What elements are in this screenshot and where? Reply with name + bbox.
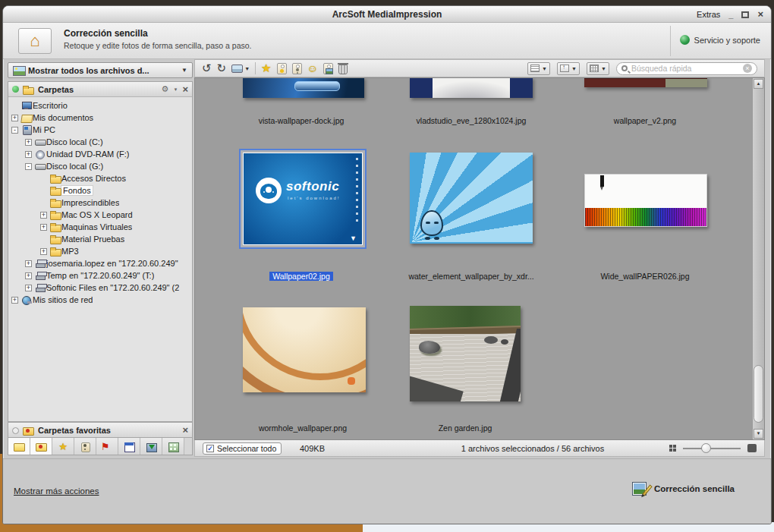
tree-item[interactable]: +MP3 — [8, 245, 192, 257]
favorite-folders-view-button[interactable] — [30, 438, 52, 455]
file-name-label-selected[interactable]: Wallpaper02.jpg — [225, 272, 377, 281]
documents-folder-icon — [21, 113, 33, 122]
slideshow-button[interactable]: ▼ — [231, 65, 250, 73]
file-thumbnail[interactable] — [584, 174, 707, 227]
sort-button[interactable]: ▼ — [557, 62, 580, 75]
tree-item[interactable]: +Disco local (C:) — [8, 136, 192, 148]
file-name-label[interactable]: vista-wallpaper-dock.jpg — [225, 116, 377, 125]
close-panel-icon[interactable]: × — [182, 426, 188, 435]
support-link[interactable]: Servicio y soporte — [680, 35, 760, 45]
file-thumbnail[interactable] — [243, 307, 366, 392]
thumbnail-view-button[interactable]: ▼ — [587, 62, 609, 75]
tree-item-selected[interactable]: Fondos — [8, 184, 192, 197]
rotate-right-button[interactable]: ↻ — [217, 62, 227, 74]
tag-rating-button[interactable] — [277, 63, 287, 74]
easy-fix-button[interactable]: Corrección sencilla — [632, 482, 735, 496]
tree-item[interactable]: +Mac OS X Leopard — [8, 209, 192, 221]
large-thumbnails-icon[interactable] — [747, 444, 757, 452]
tag-picture-button[interactable] — [323, 63, 333, 74]
tree-item[interactable]: +josemaria.lopez en "172.20.60.249" — [8, 257, 192, 269]
clear-search-icon[interactable]: × — [743, 64, 752, 73]
file-name-label[interactable]: vladstudio_eve_1280x1024.jpg — [388, 116, 555, 125]
tree-item[interactable]: +Unidad DVD-RAM (F:) — [8, 148, 192, 160]
close-button[interactable]: × — [757, 11, 763, 18]
file-name-label[interactable]: wormhole_wallpaper.png — [227, 423, 379, 433]
tree-item[interactable]: -Mi PC — [8, 124, 192, 136]
file-name-label[interactable]: Zen garden.jpg — [389, 423, 541, 433]
home-button[interactable]: ⌂ — [18, 28, 52, 54]
thumbnail-size-slider[interactable] — [683, 443, 741, 453]
folders-panel-header[interactable]: Carpetas ⚙ ▼ × — [8, 82, 192, 97]
tree-expander[interactable]: + — [40, 224, 47, 231]
minimize-button[interactable]: _ — [728, 11, 733, 18]
source-filter-dropdown[interactable]: Mostrar todos los archivos d... ▼ — [8, 62, 193, 78]
tree-expander[interactable]: + — [25, 260, 32, 267]
ratings-view-button[interactable]: ★ — [52, 438, 74, 455]
chevron-down-icon[interactable]: ▼ — [173, 87, 178, 92]
tree-item[interactable]: +Mis documentos — [8, 112, 192, 124]
tree-expander[interactable]: + — [40, 248, 47, 255]
extras-menu[interactable]: Extras — [697, 10, 720, 19]
small-thumbnails-icon[interactable] — [669, 445, 676, 452]
tree-expander[interactable]: - — [11, 127, 18, 134]
softonic-tagline: let's download! — [288, 196, 341, 200]
file-thumbnail[interactable] — [243, 77, 364, 98]
tree-expander[interactable]: - — [25, 163, 32, 170]
folders-view-button[interactable] — [8, 438, 30, 455]
tree-expander[interactable]: + — [11, 115, 18, 121]
people-tags-view-button[interactable] — [74, 438, 96, 455]
tree-item[interactable]: Material Pruebas — [8, 233, 192, 245]
tree-expander[interactable]: + — [25, 151, 32, 158]
file-thumbnail[interactable] — [410, 306, 521, 401]
favorite-folders-panel[interactable]: Carpetas favoritas × — [8, 422, 193, 437]
rating-button[interactable]: ★ — [261, 61, 271, 75]
scroll-up-button[interactable]: ▲ — [754, 79, 763, 89]
tree-item[interactable]: +Maquinas Virtuales — [8, 221, 192, 233]
checkbox-checked-icon[interactable]: ✓ — [206, 445, 214, 452]
face-tag-button[interactable]: ☺ — [307, 62, 318, 74]
file-name-label[interactable]: water_element_wallpaper_by_xdr... — [386, 272, 556, 281]
flagged-view-button[interactable]: ⚑ — [96, 438, 118, 455]
delete-button[interactable] — [338, 65, 348, 74]
more-actions-link[interactable]: Mostrar más acciones — [14, 486, 99, 496]
list-view-button[interactable]: ▼ — [527, 62, 550, 75]
tree-item[interactable]: Imprescindibles — [8, 197, 192, 209]
calendar-view-button[interactable] — [118, 438, 140, 455]
tree-item[interactable]: +Temp en "172.20.60.249" (T:) — [8, 269, 192, 282]
scrollbar-thumb[interactable] — [754, 365, 763, 423]
vertical-scrollbar[interactable]: ▲ ▼ — [752, 78, 764, 439]
globe-icon — [680, 35, 690, 45]
tree-expander[interactable]: + — [25, 139, 32, 146]
tree-expander[interactable]: + — [25, 285, 32, 291]
file-name-label[interactable]: wallpaper_v2.png — [569, 116, 721, 125]
drive-icon — [35, 162, 46, 171]
rotate-left-button[interactable]: ↺ — [202, 62, 212, 74]
file-thumbnail[interactable] — [410, 153, 533, 244]
file-thumbnail-selected[interactable]: softonic let's download! ▼ — [239, 149, 367, 249]
tag-person-button[interactable] — [292, 63, 302, 74]
title-bar[interactable]: ArcSoft MediaImpression Extras _ × — [3, 6, 771, 23]
tree-item[interactable]: Escritorio — [8, 99, 192, 112]
tree-item-label: Mi PC — [33, 125, 55, 134]
tree-expander[interactable]: + — [40, 212, 47, 219]
tree-expander[interactable]: + — [11, 297, 18, 304]
select-all-button[interactable]: ✓ Seleccionar todo — [203, 442, 282, 455]
maximize-button[interactable] — [741, 11, 749, 18]
gear-icon[interactable]: ⚙ — [162, 84, 169, 94]
search-input[interactable] — [631, 64, 739, 73]
tree-item[interactable]: +Softonic Files en "172.20.60.249" (2 — [8, 282, 192, 294]
scroll-down-button[interactable]: ▼ — [754, 429, 763, 439]
file-thumbnail[interactable] — [410, 77, 533, 98]
tree-item[interactable]: +Mis sitios de red — [8, 294, 192, 306]
tree-expander[interactable]: + — [25, 272, 32, 279]
search-box[interactable]: × — [616, 62, 757, 75]
close-panel-icon[interactable]: × — [182, 85, 188, 94]
media-view-button[interactable] — [162, 438, 184, 455]
file-thumbnail[interactable] — [584, 77, 707, 87]
tree-item[interactable]: -Disco local (G:) — [8, 160, 192, 172]
slider-handle[interactable] — [701, 443, 711, 453]
import-view-button[interactable] — [140, 438, 162, 455]
tree-item[interactable]: Accesos Directos — [8, 172, 192, 184]
tree-item-label: Maquinas Virtuales — [61, 222, 132, 231]
file-name-label[interactable]: Wide_wallPAPER026.jpg — [569, 272, 721, 281]
